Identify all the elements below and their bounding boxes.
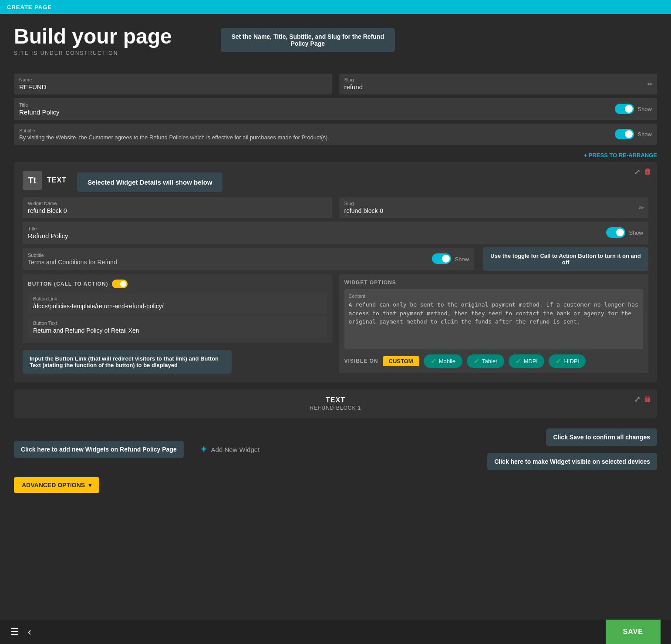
tablet-label: Tablet [482, 358, 497, 364]
tooltip-visible: Click here to make Widget visible on sel… [487, 453, 657, 470]
widget2-title: TEXT [23, 396, 648, 404]
widget-name-field[interactable]: Widget Name [23, 197, 332, 218]
add-widget-button[interactable]: + Add New Widget [201, 437, 260, 462]
title-row: Title Refund Policy Show [14, 98, 657, 120]
slug-input[interactable] [344, 83, 652, 91]
add-widget-area: Click here to add new Widgets on Refund … [14, 425, 657, 477]
title-label: Title [19, 102, 615, 108]
widget-title-show-label: Show [629, 229, 643, 236]
device-tablet[interactable]: ✔ Tablet [467, 354, 504, 368]
tooltip-add-widget: Click here to add new Widgets on Refund … [14, 441, 184, 458]
save-button[interactable]: SAVE [606, 620, 661, 644]
widget-options-title: WIDGET OPTIONS [344, 280, 644, 286]
tooltip-toggle-cta: Use the toggle for Call to Action Button… [483, 247, 648, 271]
tooltip-page-fields: Set the Name, Title, Subtitle, and Slug … [221, 28, 395, 52]
subtitle-row: Subtitle By visiting the Website, the Cu… [14, 124, 657, 145]
mdpi-label: MDPi [524, 358, 538, 364]
widget2-actions: ⤢ 🗑 [634, 394, 652, 404]
widget2-expand-icon[interactable]: ⤢ [634, 394, 641, 404]
widget-block-2[interactable]: ⤢ 🗑 TEXT REFUND BLOCK 1 [14, 389, 657, 418]
widget-subtitle-row: Subtitle Terms and Conditions for Refund… [23, 248, 474, 270]
hidpi-check-icon: ✔ [556, 357, 561, 365]
widget-title-toggle[interactable] [606, 227, 625, 238]
title-toggle[interactable] [615, 104, 634, 114]
button-link-field[interactable]: Button Link [28, 293, 327, 314]
tooltip-button-inputs: Input the Button Link (that will redirec… [23, 350, 232, 374]
button-link-label: Button Link [33, 296, 322, 301]
device-mdpi[interactable]: ✔ MDPi [509, 354, 545, 368]
title-show-label: Show [637, 106, 652, 112]
tooltip-save: Click Save to confirm all changes [546, 428, 657, 446]
widget-name-label: Widget Name [28, 201, 327, 206]
widget-block-1: ⤢ 🗑 Tt TEXT Selected Widget Details will… [14, 162, 657, 382]
widget-slug-edit-icon[interactable]: ✏ [639, 204, 644, 211]
subtitle-show-label: Show [637, 131, 652, 138]
device-mobile[interactable]: ✔ Mobile [424, 354, 462, 368]
widget-title-value: Refund Policy [28, 232, 606, 239]
advanced-section: ADVANCED OPTIONS ▾ [14, 477, 657, 528]
name-input[interactable] [19, 83, 327, 91]
widget2-delete-icon[interactable]: 🗑 [644, 394, 652, 404]
title-value: Refund Policy [19, 108, 615, 116]
button-text-input[interactable] [33, 327, 322, 334]
cta-section: BUTTON (CALL TO ACTION) Button Link Butt… [23, 274, 332, 343]
widget-slug-label: Slug [344, 201, 644, 206]
widget-subtitle-show-label: Show [455, 256, 469, 263]
top-bar-label: CREATE PAGE [7, 4, 52, 10]
widget-subtitle-label: Subtitle [28, 253, 432, 258]
widget-icon: Tt [23, 171, 42, 190]
name-slug-row: Name Slug ✏ [14, 74, 657, 94]
cta-label: BUTTON (CALL TO ACTION) [28, 281, 108, 287]
advanced-options-button[interactable]: ADVANCED OPTIONS ▾ [14, 477, 99, 493]
slug-label: Slug [344, 77, 652, 82]
widget-options-panel: WIDGET OPTIONS Content VISIBLE ON CUSTOM… [339, 274, 649, 373]
widget-subtitle-toggle[interactable] [432, 253, 451, 264]
widget-move-icon[interactable]: ⤢ [634, 167, 641, 177]
widget-name-slug-row: Widget Name Slug ✏ [23, 197, 648, 218]
widget-subtitle-value: Terms and Conditions for Refund [28, 259, 432, 266]
rearrange-button[interactable]: + PRESS TO RE-ARRANGE [14, 148, 657, 162]
device-hidpi[interactable]: ✔ HIDPi [549, 354, 586, 368]
name-field[interactable]: Name [14, 74, 332, 94]
tooltip-widget-details: Selected Widget Details will show below [77, 172, 223, 192]
mobile-check-icon: ✔ [431, 357, 436, 365]
slug-edit-icon[interactable]: ✏ [647, 81, 653, 88]
name-label: Name [19, 77, 327, 82]
button-link-input[interactable] [33, 303, 322, 310]
widget-actions: ⤢ 🗑 [634, 167, 652, 177]
custom-badge[interactable]: CUSTOM [383, 356, 419, 366]
content-field[interactable]: Content [344, 289, 644, 349]
add-widget-plus-icon: + [201, 444, 207, 455]
subtitle-label: Subtitle [19, 128, 615, 133]
subtitle-toggle[interactable] [615, 129, 634, 139]
visible-on-row: VISIBLE ON CUSTOM ✔ Mobile ✔ Tablet [344, 354, 644, 368]
page-subtitle: SITE IS UNDER CONSTRUCTION [14, 50, 172, 56]
hamburger-icon[interactable]: ☰ [10, 626, 19, 637]
add-widget-label: Add New Widget [211, 446, 260, 453]
widget-name-input[interactable] [28, 207, 327, 214]
widget-type-label: TEXT [47, 176, 67, 184]
two-col-section: BUTTON (CALL TO ACTION) Button Link Butt… [23, 274, 648, 374]
advanced-options-chevron: ▾ [88, 482, 91, 489]
page-title: Build your page [14, 24, 172, 48]
cta-toggle[interactable] [112, 280, 128, 288]
button-text-label: Button Text [33, 320, 322, 326]
visible-on-label: VISIBLE ON [344, 358, 378, 364]
bottom-bar: ☰ ‹ SAVE [0, 620, 671, 644]
widget-title-row: Title Refund Policy Show [23, 222, 648, 244]
tablet-check-icon: ✔ [474, 357, 479, 365]
subtitle-value: By visiting the Website, the Customer ag… [19, 134, 615, 141]
back-icon[interactable]: ‹ [28, 626, 31, 638]
advanced-options-label: ADVANCED OPTIONS [22, 482, 85, 489]
widget-delete-icon[interactable]: 🗑 [644, 167, 652, 177]
widget-slug-field[interactable]: Slug ✏ [339, 197, 649, 218]
slug-field[interactable]: Slug ✏ [339, 74, 658, 94]
content-label: Content [349, 293, 639, 299]
button-text-field[interactable]: Button Text [28, 317, 327, 338]
widget-icon-text: Tt [28, 175, 37, 185]
mdpi-check-icon: ✔ [516, 357, 521, 365]
widget-slug-input[interactable] [344, 207, 644, 214]
top-bar: CREATE PAGE [0, 0, 671, 14]
content-textarea[interactable] [349, 300, 639, 343]
mobile-label: Mobile [439, 358, 455, 364]
